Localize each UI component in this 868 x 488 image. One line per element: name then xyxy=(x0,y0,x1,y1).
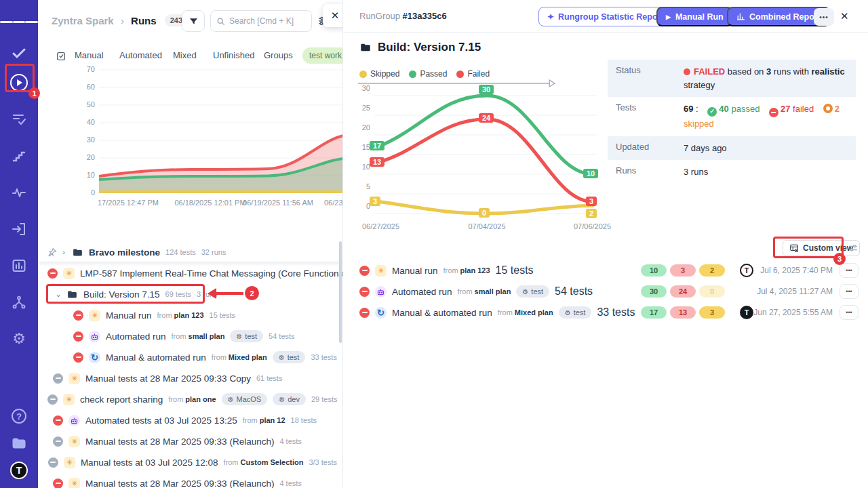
run-row[interactable]: Automated tests at 03 Jul 2025 13:25 fro… xyxy=(38,411,342,430)
scrollbar-thumb[interactable] xyxy=(339,241,342,343)
failed-pill: 13 xyxy=(670,306,696,319)
row-title[interactable]: Manual tests at 28 Mar 2025 09:33 Copy xyxy=(85,373,251,384)
y-tick: 20 xyxy=(79,153,95,161)
filter-button[interactable] xyxy=(182,10,205,32)
failed-dot-icon xyxy=(684,68,690,75)
tests-check-icon[interactable] xyxy=(0,41,38,65)
detail-run-row[interactable]: Manual & automated run fromMixed plan te… xyxy=(343,303,868,322)
detail-run-row[interactable]: Automated run fromsmall plan test 54 tes… xyxy=(343,282,868,301)
row-title[interactable]: Bravo milestone xyxy=(89,247,160,258)
run-row[interactable]: Manual run fromplan 123 15 tests xyxy=(38,306,342,325)
tab-mixed[interactable]: Mixed xyxy=(173,50,197,60)
row-title[interactable]: Automated run xyxy=(106,331,166,342)
annotation-box-1 xyxy=(5,64,35,92)
env-chip: test xyxy=(516,285,549,298)
row-title[interactable]: Manual tests at 28 Mar 2025 09:33 (Relau… xyxy=(85,479,274,488)
failed-pill: 3 xyxy=(670,264,696,277)
analytics-chart-icon[interactable] xyxy=(0,253,38,278)
tab-manual[interactable]: Manual xyxy=(75,50,104,60)
pin-icon xyxy=(47,247,57,257)
select-all-icon[interactable] xyxy=(56,51,66,62)
row-title[interactable]: Manual run xyxy=(392,266,438,276)
y-tick: 70 xyxy=(79,65,95,73)
row-runs: 32 runs xyxy=(201,248,226,256)
run-row[interactable]: LMP-587 Implement Real-Time Chat Messagi… xyxy=(38,264,342,283)
row-tests: 33 tests xyxy=(597,306,635,319)
y-tick: 10 xyxy=(79,171,95,179)
y-tick: 20 xyxy=(358,123,370,131)
stopped-status-icon xyxy=(53,436,63,447)
more-actions-button[interactable] xyxy=(814,8,834,26)
row-more-button[interactable] xyxy=(840,284,859,299)
annotation-badge-3: 3 xyxy=(833,253,846,265)
x-tick: 06/18/2025 12:01 PM xyxy=(174,199,245,207)
tab-groups[interactable]: Groups xyxy=(264,50,293,60)
manual-run-icon xyxy=(63,268,75,279)
manual-run-icon xyxy=(63,394,75,405)
runs-row: Runs 3 runs xyxy=(608,160,856,184)
plans-list-check-icon[interactable] xyxy=(0,107,38,131)
run-row[interactable]: Manual tests at 28 Mar 2025 09:33 (Relau… xyxy=(38,474,342,488)
runs-list-panel: Zyntra Spark › Runs 243 Manual Automated… xyxy=(38,0,343,488)
milestone-row[interactable]: › Bravo milestone 124 tests 32 runs xyxy=(38,243,342,262)
user-avatar[interactable]: T xyxy=(0,458,38,483)
y-tick: 5 xyxy=(358,182,370,190)
detail-run-row[interactable]: Manual run fromplan 123 15 tests 10 3 2 … xyxy=(343,261,868,280)
search-box[interactable] xyxy=(210,10,312,32)
run-row[interactable]: Manual tests at 28 Mar 2025 09:33 (Relau… xyxy=(38,432,342,451)
breadcrumb-section[interactable]: Runs xyxy=(131,15,157,26)
row-title[interactable]: Automated run xyxy=(392,287,452,297)
row-tests: 54 tests xyxy=(269,332,295,340)
run-row[interactable]: Manual & automated run fromMixed plan te… xyxy=(38,348,342,367)
run-row[interactable]: Manual tests at 03 Jul 2025 12:08 fromCu… xyxy=(38,453,342,472)
run-row[interactable]: Automated run fromsmall plan test 54 tes… xyxy=(38,327,342,346)
assignee-avatar[interactable]: T xyxy=(740,306,753,319)
funnel-icon xyxy=(189,16,199,26)
chevron-right-icon[interactable]: › xyxy=(58,248,69,256)
milestones-stairs-icon[interactable] xyxy=(0,144,38,168)
row-title[interactable]: check report sharing xyxy=(80,394,163,405)
close-detail-icon[interactable] xyxy=(840,10,849,22)
annotation-badge-1: 1 xyxy=(28,87,40,99)
manual-run-icon xyxy=(375,265,387,277)
tab-unfinished[interactable]: Unfinished xyxy=(213,50,254,60)
activity-pulse-icon[interactable] xyxy=(0,180,38,205)
automated-run-icon xyxy=(89,331,100,342)
tests-row: Tests 69 : 40 passed 27 failed 2 skipped xyxy=(608,97,856,136)
run-row[interactable]: check report sharing fromplan one MacOS … xyxy=(38,390,342,409)
failed-minus-icon xyxy=(769,108,778,117)
passed-point-label: 17 xyxy=(370,141,384,150)
branches-icon[interactable] xyxy=(0,290,38,314)
rungroup-statistic-report-button[interactable]: Rungroup Statistic Report xyxy=(538,7,673,26)
env-chip: test xyxy=(230,330,263,342)
search-input[interactable] xyxy=(229,16,304,26)
row-more-button[interactable] xyxy=(840,305,859,320)
manual-run-button[interactable]: Manual Run xyxy=(656,7,733,26)
row-title[interactable]: Automated tests at 03 Jul 2025 13:25 xyxy=(85,415,237,426)
passed-point-label: 10 xyxy=(583,169,598,178)
row-title[interactable]: Manual run xyxy=(106,310,152,321)
menu-icon[interactable] xyxy=(0,9,38,34)
env-chip: test xyxy=(559,306,592,319)
row-more-button[interactable] xyxy=(840,263,859,278)
tab-automated[interactable]: Automated xyxy=(119,50,162,60)
manual-run-icon xyxy=(68,478,80,488)
projects-folder-icon[interactable] xyxy=(0,431,38,455)
row-title[interactable]: Manual tests at 28 Mar 2025 09:33 (Relau… xyxy=(85,436,274,447)
mixed-run-icon xyxy=(89,352,100,363)
help-icon[interactable]: ? xyxy=(0,404,38,428)
run-row[interactable]: Manual tests at 28 Mar 2025 09:33 Copy 6… xyxy=(38,369,342,388)
close-panel-button[interactable] xyxy=(323,4,343,27)
row-title[interactable]: Manual & automated run xyxy=(392,308,492,318)
breadcrumb-project[interactable]: Zyntra Spark xyxy=(52,15,114,26)
row-title[interactable]: LMP-587 Implement Real-Time Chat Messagi… xyxy=(80,268,342,279)
row-title[interactable]: Manual tests at 03 Jul 2025 12:08 xyxy=(81,458,218,468)
passed-check-icon xyxy=(707,107,717,117)
list-settings-sliders-icon[interactable] xyxy=(848,243,859,253)
row-title[interactable]: Manual & automated run xyxy=(106,352,206,363)
pull-requests-icon[interactable] xyxy=(0,217,38,241)
skipped-pill: 0 xyxy=(699,285,725,298)
settings-gear-icon[interactable]: ⚙ xyxy=(0,327,38,351)
tag-filter-pill[interactable]: test work xyxy=(302,47,343,64)
assignee-avatar[interactable]: T xyxy=(740,264,753,277)
